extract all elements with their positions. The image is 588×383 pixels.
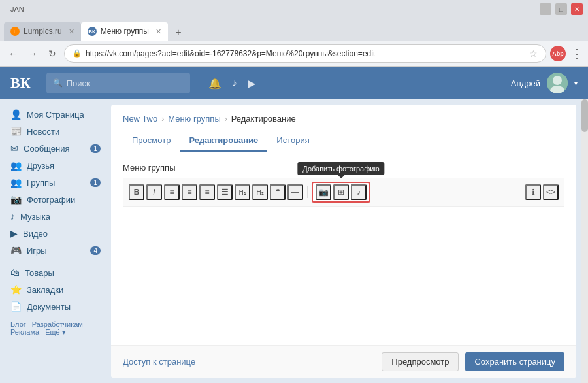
toolbar-dash-button[interactable]: —: [287, 184, 303, 200]
tabs-bar: L Lumpics.ru ✕ ВК Меню группы ✕ +: [0, 18, 588, 41]
messages-icon: ✉: [10, 143, 18, 154]
sidebar-item-bookmarks[interactable]: ⭐ Закладки: [0, 281, 111, 298]
lumpics-favicon: L: [10, 27, 20, 36]
video-icon[interactable]: ▶: [248, 77, 255, 90]
vk-search-bar[interactable]: 🔍 Поиск: [46, 73, 190, 93]
address-text: https://vk.com/pages?act=edit&oid=-16277…: [86, 49, 525, 58]
back-button[interactable]: ←: [5, 46, 21, 61]
access-link[interactable]: Доступ к странице: [123, 357, 195, 367]
friends-icon: 👥: [10, 160, 22, 171]
groups-badge: 1: [90, 178, 101, 187]
editor-wrapper: B I ≡ ≡ ≡ ☰ H₁ H₂ ❝ — Добавить фотогр: [123, 178, 564, 259]
tab-preview[interactable]: Просмотр: [123, 130, 180, 152]
extension-button[interactable]: Abp: [550, 46, 566, 61]
breadcrumb-part1[interactable]: New Two: [123, 114, 157, 124]
tab-lumpics[interactable]: L Lumpics.ru ✕: [4, 22, 81, 41]
sidebar-item-video-label: Видео: [23, 229, 48, 239]
toolbar-h2-button[interactable]: H₂: [252, 184, 268, 200]
toolbar-separator: [307, 186, 308, 198]
music-sidebar-icon: ♪: [10, 211, 15, 222]
editor-page-name: Меню группы: [123, 163, 564, 173]
toolbar-list-button[interactable]: ☰: [217, 184, 233, 200]
toolbar-info-button[interactable]: ℹ: [525, 184, 541, 200]
photos-icon: 📷: [10, 194, 22, 205]
sidebar-item-groups-label: Группы: [27, 178, 55, 188]
footer-more-link[interactable]: Ещё ▾: [45, 328, 66, 336]
toolbar-bold-button[interactable]: B: [129, 184, 144, 200]
sidebar-item-messages[interactable]: ✉ Сообщения 1: [0, 140, 111, 157]
toolbar-add-table-button[interactable]: ⊞: [333, 184, 349, 200]
media-toolbar-group: Добавить фотографию 📷 ⊞ ♪: [312, 182, 370, 203]
save-button[interactable]: Сохранить страницу: [465, 352, 564, 371]
sidebar-item-groups[interactable]: 👥 Группы 1: [0, 174, 111, 191]
sidebar-item-mypage-label: Моя Страница: [27, 110, 84, 120]
new-tab-button[interactable]: +: [171, 25, 186, 41]
tab-history[interactable]: История: [267, 130, 318, 152]
search-placeholder: Поиск: [67, 78, 90, 88]
toolbar-quote-button[interactable]: ❝: [270, 184, 286, 200]
browser-menu-button[interactable]: ⋮: [571, 46, 583, 61]
avatar[interactable]: [547, 73, 568, 93]
toolbar-italic-button[interactable]: I: [146, 184, 162, 200]
toolbar-source-button[interactable]: <>: [543, 184, 559, 200]
tab-edit[interactable]: Редактирование: [180, 130, 267, 152]
toolbar-align-right-button[interactable]: ≡: [199, 184, 215, 200]
music-icon[interactable]: ♪: [232, 77, 237, 89]
toolbar-add-audio-button[interactable]: ♪: [351, 184, 367, 200]
breadcrumb-part2[interactable]: Меню группы: [168, 114, 221, 124]
footer-buttons: Предпросмотр Сохранить страницу: [382, 352, 564, 371]
sidebar-item-music[interactable]: ♪ Музыка: [0, 208, 111, 225]
preview-button[interactable]: Предпросмотр: [382, 352, 459, 371]
scrollbar-thumb[interactable]: [581, 99, 588, 132]
sidebar-item-messages-label: Сообщения: [24, 144, 70, 154]
sidebar-item-games[interactable]: 🎮 Игры 4: [0, 242, 111, 259]
tab-lumpics-label: Lumpics.ru: [24, 27, 62, 36]
chevron-down-icon[interactable]: ▾: [574, 80, 578, 87]
sidebar-item-video[interactable]: ▶ Видео: [0, 225, 111, 242]
sidebar-item-bookmarks-label: Закладки: [27, 285, 63, 295]
notifications-icon[interactable]: 🔔: [208, 77, 221, 90]
username-label[interactable]: Андрей: [511, 78, 540, 88]
editor-body[interactable]: [123, 207, 564, 259]
sidebar-item-friends-label: Друзья: [27, 161, 54, 171]
sidebar-item-market-label: Товары: [25, 268, 54, 278]
toolbar-align-center-button[interactable]: ≡: [182, 184, 197, 200]
toolbar-h1-button[interactable]: H₁: [235, 184, 250, 200]
close-button[interactable]: ✕: [571, 3, 583, 15]
sidebar-item-docs-label: Документы: [27, 302, 71, 312]
minimize-button[interactable]: –: [540, 3, 551, 15]
breadcrumb-current: Редактирование: [231, 114, 296, 124]
footer-blog-link[interactable]: Блог: [10, 320, 26, 328]
docs-icon: 📄: [10, 301, 22, 312]
page-tabs: Просмотр Редактирование История: [111, 130, 576, 152]
forward-button[interactable]: →: [25, 46, 41, 61]
games-badge: 4: [90, 246, 101, 255]
bookmark-icon[interactable]: ☆: [529, 48, 538, 59]
main-content: New Two › Меню группы › Редактирование П…: [111, 105, 576, 378]
footer-ads-link[interactable]: Реклама: [10, 328, 39, 336]
footer-dev-link[interactable]: Разработчикам: [32, 320, 83, 328]
vk-logo[interactable]: ВК: [10, 75, 31, 92]
maximize-button[interactable]: □: [555, 3, 567, 15]
scrollbar-track[interactable]: [581, 99, 588, 383]
address-input[interactable]: 🔒 https://vk.com/pages?act=edit&oid=-162…: [64, 44, 546, 63]
sidebar-item-market[interactable]: 🛍 Товары: [0, 264, 111, 281]
refresh-button[interactable]: ↻: [44, 46, 60, 61]
sidebar-item-mypage[interactable]: 👤 Моя Страница: [0, 106, 111, 123]
title-bar-label: JAN: [10, 5, 24, 13]
sidebar-item-games-label: Игры: [27, 246, 47, 256]
tab-vk[interactable]: ВК Меню группы ✕: [81, 22, 168, 41]
sidebar-item-docs[interactable]: 📄 Документы: [0, 298, 111, 315]
tab-vk-close[interactable]: ✕: [155, 27, 161, 36]
tab-lumpics-close[interactable]: ✕: [69, 27, 74, 36]
sidebar-footer: Блог Разработчикам Реклама Ещё ▾: [0, 315, 111, 342]
svg-point-1: [553, 76, 562, 85]
sidebar-item-friends[interactable]: 👥 Друзья: [0, 157, 111, 174]
sidebar-item-news[interactable]: 📰 Новости: [0, 123, 111, 140]
vk-header: ВК 🔍 Поиск 🔔 ♪ ▶ Андрей ▾: [0, 67, 588, 99]
breadcrumb-sep2: ›: [225, 114, 227, 124]
toolbar-add-photo-button[interactable]: 📷: [316, 184, 331, 200]
sidebar-item-photos[interactable]: 📷 Фотографии: [0, 191, 111, 208]
toolbar-align-left-button[interactable]: ≡: [164, 184, 180, 200]
search-icon: 🔍: [53, 78, 63, 88]
